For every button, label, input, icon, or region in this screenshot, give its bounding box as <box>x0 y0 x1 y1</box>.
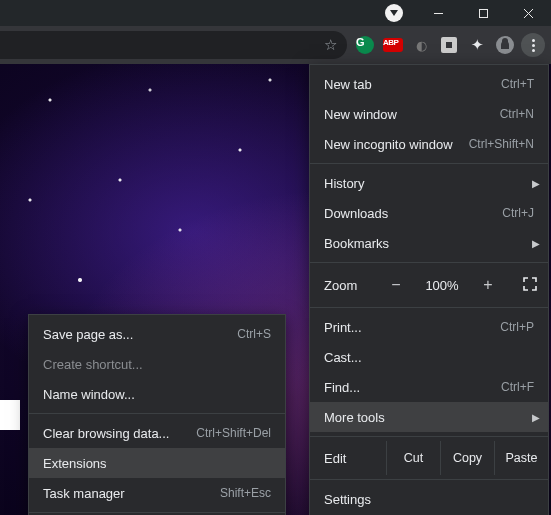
menu-edit-row: Edit Cut Copy Paste <box>310 441 548 475</box>
profile-avatar-icon[interactable] <box>493 33 517 57</box>
menu-settings[interactable]: Settings <box>310 484 548 514</box>
submenu-task-manager[interactable]: Task managerShift+Esc <box>29 478 285 508</box>
menu-separator <box>310 163 548 164</box>
extension-icons: G ABP ◐ ✦ <box>353 33 545 57</box>
more-tools-submenu: Save page as...Ctrl+S Create shortcut...… <box>28 314 286 515</box>
submenu-extensions[interactable]: Extensions <box>29 448 285 478</box>
submenu-arrow-icon: ▶ <box>532 238 540 249</box>
extensions-puzzle-icon[interactable]: ✦ <box>465 33 489 57</box>
submenu-arrow-icon: ▶ <box>532 412 540 423</box>
edit-cut-button[interactable]: Cut <box>386 441 440 475</box>
submenu-save-page[interactable]: Save page as...Ctrl+S <box>29 319 285 349</box>
grammarly-extension-icon[interactable]: G <box>353 33 377 57</box>
menu-new-tab[interactable]: New tabCtrl+T <box>310 69 548 99</box>
submenu-create-shortcut[interactable]: Create shortcut... <box>29 349 285 379</box>
zoom-percent: 100% <box>420 278 464 293</box>
menu-print[interactable]: Print...Ctrl+P <box>310 312 548 342</box>
menu-separator <box>310 262 548 263</box>
menu-new-window[interactable]: New windowCtrl+N <box>310 99 548 129</box>
menu-separator <box>29 413 285 414</box>
zoom-label: Zoom <box>324 278 372 293</box>
menu-history[interactable]: History▶ <box>310 168 548 198</box>
fullscreen-button[interactable] <box>522 276 538 295</box>
menu-find[interactable]: Find...Ctrl+F <box>310 372 548 402</box>
page-content-edge <box>0 400 20 430</box>
omnibox[interactable]: ☆ <box>74 31 347 59</box>
media-control-button[interactable] <box>371 0 416 26</box>
menu-downloads[interactable]: DownloadsCtrl+J <box>310 198 548 228</box>
adblock-extension-icon[interactable]: ABP <box>381 33 405 57</box>
window-titlebar <box>0 0 551 26</box>
window-maximize-button[interactable] <box>461 0 506 26</box>
extension-icon-square[interactable] <box>437 33 461 57</box>
browser-toolbar: ☆ G ABP ◐ ✦ <box>0 26 551 64</box>
zoom-in-button[interactable]: + <box>472 272 504 298</box>
menu-separator <box>29 512 285 513</box>
menu-cast[interactable]: Cast... <box>310 342 548 372</box>
chrome-main-menu: New tabCtrl+T New windowCtrl+N New incog… <box>309 64 549 515</box>
window-minimize-button[interactable] <box>416 0 461 26</box>
zoom-out-button[interactable]: − <box>380 272 412 298</box>
submenu-arrow-icon: ▶ <box>532 178 540 189</box>
window-close-button[interactable] <box>506 0 551 26</box>
chrome-menu-button[interactable] <box>521 33 545 57</box>
menu-separator <box>310 307 548 308</box>
menu-bookmarks[interactable]: Bookmarks▶ <box>310 228 548 258</box>
submenu-clear-browsing-data[interactable]: Clear browsing data...Ctrl+Shift+Del <box>29 418 285 448</box>
svg-rect-1 <box>480 9 488 17</box>
menu-new-incognito[interactable]: New incognito windowCtrl+Shift+N <box>310 129 548 159</box>
edit-copy-button[interactable]: Copy <box>440 441 494 475</box>
menu-more-tools[interactable]: More tools▶ <box>310 402 548 432</box>
menu-zoom-row: Zoom − 100% + <box>310 267 548 303</box>
menu-separator <box>310 436 548 437</box>
extension-icon-dimmed[interactable]: ◐ <box>409 33 433 57</box>
menu-separator <box>310 479 548 480</box>
bookmark-star-icon[interactable]: ☆ <box>324 36 337 54</box>
edit-label: Edit <box>324 451 382 466</box>
submenu-name-window[interactable]: Name window... <box>29 379 285 409</box>
edit-paste-button[interactable]: Paste <box>494 441 548 475</box>
